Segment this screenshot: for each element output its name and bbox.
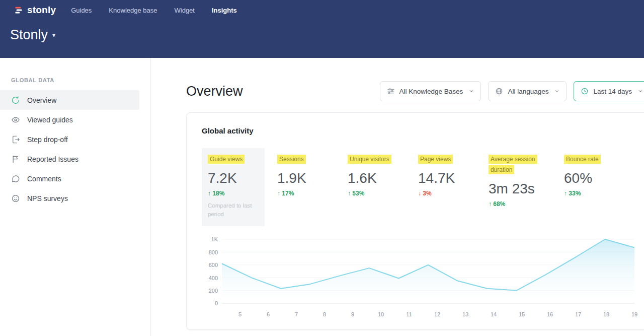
- main-content: Overview All Knowledge Bases All languag…: [151, 58, 644, 336]
- x-tick-label: 15: [519, 311, 525, 317]
- eye-icon: [11, 115, 20, 124]
- metric-label: Guide views: [208, 155, 245, 164]
- metric-guide-views[interactable]: Guide views 7.2K ↑ 18% Compared to last …: [202, 148, 265, 226]
- card-title: Global activity: [202, 126, 634, 135]
- sidebar-item-nps-surveys[interactable]: NPS surveys: [0, 188, 139, 208]
- y-tick-label: 800: [209, 249, 218, 255]
- metric-value: 1.9K: [277, 170, 348, 186]
- x-tick-label: 16: [547, 311, 553, 317]
- metric-label: Average session duration: [489, 155, 537, 174]
- x-tick-label: 10: [378, 311, 384, 317]
- metric-delta: ↑ 17%: [277, 190, 348, 197]
- sidebar-item-label: Viewed guides: [27, 116, 73, 124]
- x-tick-label: 8: [323, 311, 326, 317]
- x-tick-label: 5: [238, 311, 242, 317]
- arrow-up-icon: ↑: [489, 200, 492, 208]
- x-axis: 5678910111213141516171819: [240, 311, 634, 321]
- activity-area-chart: 02004006008001K 567891011121314151617181…: [204, 235, 634, 303]
- x-tick-label: 14: [491, 311, 497, 317]
- knowledge-bases-dropdown-value: All Knowledge Bases: [399, 88, 463, 95]
- workspace-chevron-down-icon[interactable]: ▾: [52, 32, 55, 39]
- metric-value: 1.6K: [348, 170, 418, 186]
- x-tick-label: 19: [631, 311, 637, 317]
- sidebar-item-comments[interactable]: Comments: [0, 169, 139, 188]
- clock-icon: [581, 87, 589, 95]
- sidebar-item-viewed-guides[interactable]: Viewed guides: [0, 110, 139, 129]
- arrow-up-icon: ↑: [208, 190, 211, 197]
- languages-dropdown[interactable]: All languages: [488, 81, 567, 101]
- nav-insights[interactable]: Insights: [212, 7, 237, 14]
- metric-value: 3m 23s: [489, 181, 564, 197]
- workspace-row: Stonly ▾: [0, 20, 644, 43]
- chart-plot-area: 5678910111213141516171819: [222, 235, 634, 303]
- metric-label: Page views: [418, 155, 453, 164]
- sidebar-item-label: Step drop-off: [27, 136, 68, 144]
- overview-icon: [11, 96, 20, 105]
- knowledge-bases-dropdown[interactable]: All Knowledge Bases: [380, 81, 481, 101]
- sidebar-section-label: GLOBAL DATA: [0, 77, 150, 83]
- stonly-logo[interactable]: stonly: [14, 5, 56, 16]
- smiley-icon: [11, 194, 20, 203]
- page-title: Overview: [186, 84, 243, 99]
- chevron-down-icon: [469, 89, 474, 94]
- metric-value: 7.2K: [208, 170, 259, 186]
- sidebar-item-step-drop-off[interactable]: Step drop-off: [0, 129, 139, 149]
- metric-delta: ↑ 53%: [348, 190, 418, 197]
- sliders-filter-icon: [387, 87, 395, 95]
- metric-value: 60%: [564, 170, 634, 186]
- date-range-dropdown[interactable]: Last 14 days: [574, 81, 644, 101]
- arrow-down-icon: ↓: [418, 190, 421, 197]
- y-axis: 02004006008001K: [204, 235, 218, 303]
- arrow-up-icon: ↑: [348, 190, 351, 197]
- metric-bounce-rate[interactable]: Bounce rate 60% ↑ 33%: [564, 148, 634, 197]
- flag-icon: [11, 155, 20, 164]
- top-nav-row: stonly Guides Knowledge base Widget Insi…: [0, 0, 644, 20]
- x-tick-label: 7: [295, 311, 298, 317]
- x-tick-label: 13: [462, 311, 468, 317]
- x-tick-label: 11: [406, 311, 412, 317]
- metric-delta: ↓ 3%: [418, 190, 489, 197]
- metrics-row: Guide views 7.2K ↑ 18% Compared to last …: [202, 148, 634, 226]
- x-tick-label: 12: [434, 311, 440, 317]
- x-tick-label: 18: [603, 311, 609, 317]
- sidebar-item-label: Comments: [27, 175, 61, 183]
- stonly-logo-icon: [14, 6, 23, 15]
- date-range-dropdown-value: Last 14 days: [593, 88, 632, 95]
- metric-page-views[interactable]: Page views 14.7K ↓ 3%: [418, 148, 489, 197]
- arrow-up-icon: ↑: [277, 190, 280, 197]
- y-tick-label: 400: [209, 275, 218, 281]
- workspace-title[interactable]: Stonly: [10, 27, 48, 43]
- y-tick-label: 1K: [211, 236, 218, 242]
- metric-note: Compared to last period: [208, 201, 258, 218]
- metric-unique-visitors[interactable]: Unique visitors 1.6K ↑ 53%: [348, 148, 418, 197]
- chevron-down-icon: [638, 89, 643, 94]
- globe-icon: [495, 87, 503, 95]
- metric-delta: ↑ 68%: [489, 200, 564, 208]
- sidebar-item-overview[interactable]: Overview: [0, 90, 139, 110]
- top-header: stonly Guides Knowledge base Widget Insi…: [0, 0, 644, 58]
- chevron-down-icon: [554, 89, 559, 94]
- metric-average-session-duration[interactable]: Average session duration 3m 23s ↑ 68%: [489, 148, 564, 208]
- sidebar-item-label: Overview: [27, 96, 56, 104]
- comment-bubble-icon: [11, 174, 20, 183]
- sidebar-item-label: Reported Issues: [27, 155, 78, 163]
- sidebar-item-label: NPS surveys: [27, 194, 68, 203]
- logo-text: stonly: [27, 5, 56, 16]
- metric-label: Bounce rate: [564, 155, 601, 164]
- arrow-up-icon: ↑: [564, 190, 567, 197]
- nav-knowledge-base[interactable]: Knowledge base: [109, 7, 157, 14]
- metric-delta: ↑ 33%: [564, 190, 634, 197]
- global-activity-card: Global activity Guide views 7.2K ↑ 18% C…: [186, 112, 644, 330]
- x-tick-label: 6: [267, 311, 270, 317]
- metric-sessions[interactable]: Sessions 1.9K ↑ 17%: [277, 148, 348, 197]
- metric-value: 14.7K: [418, 170, 489, 186]
- y-tick-label: 0: [215, 300, 218, 306]
- languages-dropdown-value: All languages: [508, 88, 548, 95]
- y-tick-label: 200: [209, 288, 218, 294]
- sidebar-item-reported-issues[interactable]: Reported Issues: [0, 149, 139, 169]
- metric-delta: ↑ 18%: [208, 190, 259, 197]
- metric-label: Unique visitors: [348, 155, 391, 164]
- filters-row: All Knowledge Bases All languages: [380, 81, 644, 101]
- nav-guides[interactable]: Guides: [71, 7, 92, 14]
- nav-widget[interactable]: Widget: [175, 7, 195, 14]
